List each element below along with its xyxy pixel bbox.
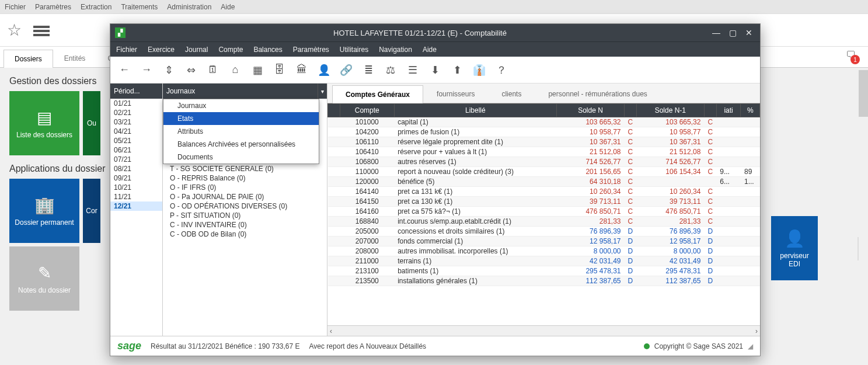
table-row[interactable]: 106800autres réserves (1)714 526,77C714 …: [328, 157, 760, 167]
tile-dossier-permanent[interactable]: 🏢 Dossier permanent: [9, 179, 79, 243]
download-icon[interactable]: ⬇: [427, 62, 443, 78]
period-item[interactable]: 08/21: [110, 164, 162, 173]
outer-menu-item[interactable]: Paramètres: [35, 3, 71, 11]
outer-menu-item[interactable]: Extraction: [81, 3, 111, 11]
journaux-dropdown-toggle[interactable]: ▾: [318, 84, 327, 99]
modal-menu-item[interactable]: Paramètres: [293, 46, 329, 54]
modal-menu-item[interactable]: Utilitaires: [340, 46, 368, 54]
modal-menu-item[interactable]: Balances: [253, 46, 282, 54]
period-header[interactable]: Périod...: [110, 84, 162, 99]
table-row[interactable]: 164150pret ca 130 k€ (1)39 713,11C39 713…: [328, 197, 760, 207]
outer-tab-dossiers[interactable]: Dossiers: [4, 50, 53, 68]
period-item[interactable]: 06/21: [110, 145, 162, 155]
list-icon[interactable]: ☰: [405, 62, 421, 78]
column-header[interactable]: Compte: [340, 104, 394, 117]
home-icon[interactable]: ⌂: [227, 62, 243, 78]
journal-item[interactable]: P - SIT SITUATION (0): [163, 211, 327, 220]
tile-liste-dossiers[interactable]: ▤ Liste des dossiers: [9, 91, 79, 155]
dropdown-item[interactable]: Attributs: [163, 125, 319, 138]
modal-menu-item[interactable]: Fichier: [116, 46, 137, 54]
forward-icon[interactable]: →: [138, 62, 155, 78]
period-item[interactable]: 02/21: [110, 108, 162, 117]
notifications[interactable]: 🗨 1: [846, 49, 856, 61]
column-header[interactable]: Solde N-1: [636, 104, 704, 117]
journal-item[interactable]: O - IF IFRS (0): [163, 183, 327, 192]
dropdown-item[interactable]: Journaux: [163, 99, 319, 112]
contact-icon[interactable]: 👤: [316, 62, 332, 78]
table-row[interactable]: 164160pret ca 575 kâ?¬ (1)476 850,71C476…: [328, 207, 760, 217]
table-row[interactable]: 110000report à nouveau (solde créditeur)…: [328, 167, 760, 177]
modal-menu-item[interactable]: Navigation: [379, 46, 412, 54]
journal-item[interactable]: C - INV INVENTAIRE (0): [163, 220, 327, 230]
collapse-icon[interactable]: ⇕: [161, 62, 177, 78]
column-header[interactable]: Libellé: [394, 104, 556, 117]
horizontal-scrollbar[interactable]: ‹›: [327, 325, 760, 336]
period-item[interactable]: 03/21: [110, 117, 162, 127]
table-row[interactable]: 211000terrains (1)42 031,49D42 031,49D: [328, 256, 760, 266]
table-row[interactable]: 213500installations générales (1)112 387…: [328, 276, 760, 286]
bank-icon[interactable]: 🏛: [294, 62, 310, 78]
outer-menu-item[interactable]: Administration: [167, 3, 211, 11]
user-icon[interactable]: 👔: [471, 62, 487, 78]
help-icon[interactable]: ？: [493, 62, 510, 78]
upload-icon[interactable]: ⬆: [449, 62, 465, 78]
grid-icon[interactable]: ▦: [249, 62, 266, 78]
favorite-icon[interactable]: ☆: [7, 20, 22, 40]
journal-item[interactable]: O - OD OPÉRATIONS DIVERSES (0): [163, 201, 327, 211]
outer-menu-item[interactable]: Traitements: [121, 3, 158, 11]
dropdown-item[interactable]: Balances Archivées et personnalisées: [163, 138, 319, 151]
period-item[interactable]: 05/21: [110, 136, 162, 145]
calendar-icon[interactable]: 🗓: [205, 62, 221, 78]
modal-menu-item[interactable]: Compte: [218, 46, 243, 54]
modal-menu-item[interactable]: Journal: [185, 46, 208, 54]
table-row[interactable]: 104200primes de fusion (1)10 958,77C10 9…: [328, 127, 760, 137]
table-row[interactable]: 205000concessions et droits similaires (…: [328, 227, 760, 237]
journal-item[interactable]: C - ODB OD de Bilan (0): [163, 230, 327, 239]
period-item[interactable]: 12/21: [110, 201, 162, 211]
modal-menu-item[interactable]: Aide: [423, 46, 437, 54]
table-row[interactable]: 164140pret ca 131 k€ (1)10 260,34C10 260…: [328, 187, 760, 197]
tab-personnel[interactable]: personnel - rémunérations dues: [535, 85, 660, 103]
table-row[interactable]: 208000autres immobilisat. incorporelles …: [328, 246, 760, 256]
period-item[interactable]: 07/21: [110, 155, 162, 164]
stack-icon[interactable]: ≣: [360, 62, 377, 78]
column-header[interactable]: iati: [716, 104, 741, 117]
table-row[interactable]: 101000capital (1)103 665,32C103 665,32C: [328, 117, 760, 127]
list-icon[interactable]: [33, 24, 50, 37]
journal-item[interactable]: T - SG SOCIETE GENERALE (0): [163, 164, 327, 173]
table-row[interactable]: 120000bénéfice (5)64 310,18C6...1...: [328, 177, 760, 187]
table-row[interactable]: 213100batiments (1)295 478,31D295 478,31…: [328, 266, 760, 276]
column-header[interactable]: [704, 104, 716, 117]
modal-menu-item[interactable]: Exercice: [148, 46, 175, 54]
column-header[interactable]: %: [741, 104, 760, 117]
journaux-header[interactable]: Journaux: [163, 84, 318, 99]
resize-grip-icon[interactable]: ◢: [748, 342, 753, 350]
outer-tab-entites[interactable]: Entités: [53, 49, 97, 67]
close-button[interactable]: ✕: [742, 26, 755, 39]
table-row[interactable]: 207000fonds commercial (1)12 958,17D12 9…: [328, 237, 760, 246]
journal-item[interactable]: O - REPRIS Balance (0): [163, 173, 327, 183]
column-header[interactable]: Solde N: [557, 104, 625, 117]
tab-clients[interactable]: clients: [488, 85, 535, 103]
period-item[interactable]: 11/21: [110, 192, 162, 201]
journal-item[interactable]: O - Pa JOURNAL DE PAIE (0): [163, 192, 327, 201]
hierarchy-icon[interactable]: 🗄: [271, 62, 288, 78]
table-row[interactable]: 106110réserve légale proprement dite (1)…: [328, 137, 760, 147]
tab-fournisseurs[interactable]: fournisseurs: [423, 85, 488, 103]
maximize-button[interactable]: ▢: [726, 26, 739, 39]
tab-comptes-generaux[interactable]: Comptes Généraux: [332, 85, 423, 103]
table-row[interactable]: 168840int.courus s/emp.aup.etablt.crédit…: [328, 217, 760, 227]
column-header[interactable]: [625, 104, 637, 117]
accounts-table-wrap[interactable]: CompteLibelléSolde NSolde N-1iati% 10100…: [327, 103, 760, 325]
table-row[interactable]: 106410réserve pour + values à lt (1)21 5…: [328, 147, 760, 157]
split-icon[interactable]: ⇔: [183, 62, 199, 78]
period-item[interactable]: 01/21: [110, 99, 162, 108]
dropdown-item[interactable]: Etats: [163, 112, 319, 125]
period-item[interactable]: 04/21: [110, 127, 162, 136]
outer-menu-item[interactable]: Aide: [221, 3, 235, 11]
tile-notes-dossier[interactable]: ✎ Notes du dossier: [9, 246, 79, 311]
period-item[interactable]: 09/21: [110, 173, 162, 183]
balance-icon[interactable]: ⚖: [382, 62, 399, 78]
outer-menu-item[interactable]: Fichier: [5, 3, 26, 11]
minimize-button[interactable]: —: [710, 26, 723, 39]
